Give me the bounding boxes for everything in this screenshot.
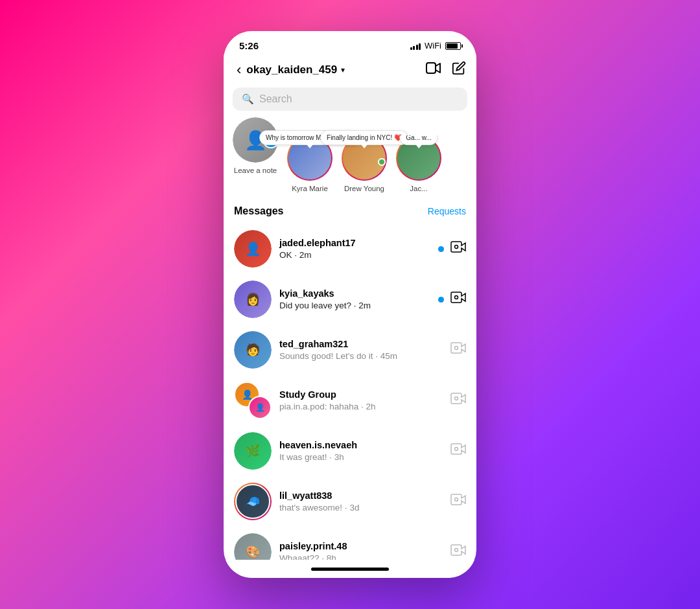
phone-shell: 5:26 WiFi ‹ okay_kaiden_459 ▾ xyxy=(224,31,476,578)
header-right xyxy=(426,61,466,79)
unread-dot-jaded xyxy=(438,246,444,252)
requests-link[interactable]: Requests xyxy=(428,206,466,216)
svg-point-6 xyxy=(455,498,458,501)
msg-actions-lilwyatt xyxy=(450,493,466,510)
msg-info-heaven: heaven.is.nevaeh It was great! · 3h xyxy=(279,440,443,462)
camera-icon-kyia[interactable] xyxy=(450,291,466,308)
camera-icon-heaven[interactable] xyxy=(450,442,466,459)
story-item-jac[interactable]: Ga... w... Jac... xyxy=(396,135,441,192)
camera-icon-paisley[interactable] xyxy=(450,544,466,560)
compose-icon[interactable] xyxy=(452,61,466,79)
signal-icon xyxy=(410,42,421,50)
svg-point-1 xyxy=(455,246,458,249)
msg-info-jaded: jaded.elephant17 OK · 2m xyxy=(279,238,430,260)
msg-info-kyia: kyia_kayaks Did you leave yet? · 2m xyxy=(279,288,430,310)
drew-online-dot xyxy=(378,158,386,166)
msg-avatar-jaded: 👤 xyxy=(234,230,272,268)
story-item-drew[interactable]: Finally landing in NYC! ❤️ Drew Young xyxy=(342,135,387,192)
header-left: ‹ okay_kaiden_459 ▾ xyxy=(234,59,345,81)
msg-avatar-ted: 🧑 xyxy=(234,331,272,369)
chevron-down-icon[interactable]: ▾ xyxy=(341,65,345,75)
story-name-jac: Jac... xyxy=(410,185,427,192)
message-item-jaded[interactable]: 👤 jaded.elephant17 OK · 2m xyxy=(224,224,476,274)
drew-note-bubble: Finally landing in NYC! ❤️ xyxy=(320,130,408,145)
msg-username-jaded: jaded.elephant17 xyxy=(279,238,430,248)
msg-info-lilwyatt: lil_wyatt838 that's awesome! · 3d xyxy=(279,490,443,512)
msg-username-lilwyatt: lil_wyatt838 xyxy=(279,490,443,501)
msg-preview-studygroup: pia.in.a.pod: hahaha · 2h xyxy=(279,402,443,411)
msg-actions-heaven xyxy=(450,442,466,459)
camera-icon-ted[interactable] xyxy=(450,341,466,358)
search-bar[interactable]: 🔍 Search xyxy=(233,87,467,111)
msg-username-studygroup: Study Group xyxy=(279,389,443,400)
svg-point-7 xyxy=(455,549,458,552)
msg-actions-jaded xyxy=(438,240,466,257)
camera-icon-studygroup[interactable] xyxy=(450,392,466,409)
messages-title: Messages xyxy=(234,205,284,217)
msg-preview-jaded: OK · 2m xyxy=(279,250,430,260)
messages-header: Messages Requests xyxy=(224,200,476,224)
search-input[interactable]: Search xyxy=(259,93,292,105)
search-icon: 🔍 xyxy=(242,93,254,105)
msg-info-ted: ted_graham321 Sounds good! Let's do it ·… xyxy=(279,339,443,361)
unread-dot-kyia xyxy=(438,297,444,303)
message-item-heaven[interactable]: 🌿 heaven.is.nevaeh It was great! · 3h xyxy=(224,426,476,476)
story-item-self[interactable]: 👤 + Leave a note xyxy=(233,117,278,192)
camera-icon-jaded[interactable] xyxy=(450,240,466,257)
msg-avatar-heaven: 🌿 xyxy=(234,432,272,470)
msg-preview-heaven: It was great! · 3h xyxy=(279,452,443,462)
camera-icon-lilwyatt[interactable] xyxy=(450,493,466,510)
msg-actions-ted xyxy=(450,341,466,358)
msg-username-kyia: kyia_kayaks xyxy=(279,288,430,299)
header: ‹ okay_kaiden_459 ▾ xyxy=(224,55,476,87)
stories-row: 👤 + Leave a note Why is tomorrow Monday!… xyxy=(224,117,476,200)
msg-preview-kyia: Did you leave yet? · 2m xyxy=(279,301,430,310)
msg-preview-ted: Sounds good! Let's do it · 45m xyxy=(279,351,443,361)
battery-icon xyxy=(445,42,461,50)
msg-preview-paisley: Whaaat?? · 8h xyxy=(279,553,443,560)
svg-rect-0 xyxy=(426,63,436,73)
messages-section: Messages Requests 👤 jaded.elephant17 OK … xyxy=(224,200,476,560)
story-name-drew: Drew Young xyxy=(344,185,384,192)
svg-point-4 xyxy=(455,397,458,400)
message-item-kyia[interactable]: 👩 kyia_kayaks Did you leave yet? · 2m xyxy=(224,274,476,325)
home-bar xyxy=(311,568,389,571)
svg-point-2 xyxy=(455,296,458,299)
msg-actions-kyia xyxy=(438,291,466,308)
message-item-ted[interactable]: 🧑 ted_graham321 Sounds good! Let's do it… xyxy=(224,325,476,375)
msg-avatar-studygroup: 👤 👤 xyxy=(234,382,272,419)
back-button[interactable]: ‹ xyxy=(234,59,244,81)
story-name-self: Leave a note xyxy=(234,167,277,174)
msg-actions-studygroup xyxy=(450,392,466,409)
wifi-icon: WiFi xyxy=(425,41,441,51)
message-item-lilwyatt[interactable]: 🧢 lil_wyatt838 that's awesome! · 3d xyxy=(224,476,476,527)
video-call-icon[interactable] xyxy=(426,61,441,79)
msg-actions-paisley xyxy=(450,544,466,560)
msg-avatar-paisley: 🎨 xyxy=(234,533,272,560)
story-name-kyra: Kyra Marie xyxy=(292,185,328,192)
message-item-studygroup[interactable]: 👤 👤 Study Group pia.in.a.pod: hahaha · 2… xyxy=(224,375,476,426)
msg-username-paisley: paisley.print.48 xyxy=(279,541,443,551)
status-time: 5:26 xyxy=(239,40,259,51)
msg-info-studygroup: Study Group pia.in.a.pod: hahaha · 2h xyxy=(279,389,443,411)
home-indicator xyxy=(224,560,476,578)
msg-username-ted: ted_graham321 xyxy=(279,339,443,349)
msg-info-paisley: paisley.print.48 Whaaat?? · 8h xyxy=(279,541,443,560)
msg-avatar-kyia: 👩 xyxy=(234,281,272,318)
jac-note-bubble: Ga... w... xyxy=(399,135,438,145)
username-title: okay_kaiden_459 xyxy=(246,63,337,76)
status-bar: 5:26 WiFi xyxy=(224,31,476,55)
status-icons: WiFi xyxy=(410,41,461,51)
svg-point-3 xyxy=(455,347,458,350)
msg-preview-lilwyatt: that's awesome! · 3d xyxy=(279,503,443,512)
message-item-paisley[interactable]: 🎨 paisley.print.48 Whaaat?? · 8h xyxy=(224,527,476,560)
svg-point-5 xyxy=(455,448,458,451)
msg-avatar-lilwyatt: 🧢 xyxy=(234,483,272,520)
msg-username-heaven: heaven.is.nevaeh xyxy=(279,440,443,450)
